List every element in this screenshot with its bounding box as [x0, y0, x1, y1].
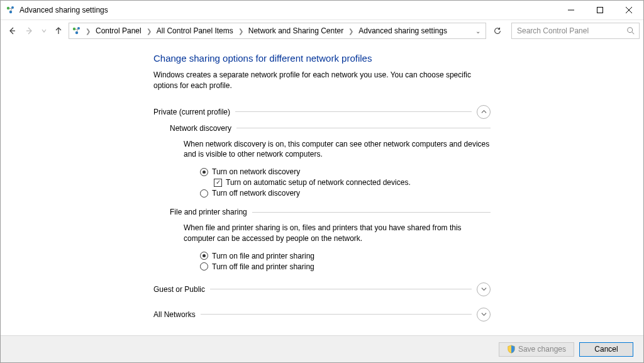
recent-locations-button[interactable] [40, 23, 48, 38]
search-box[interactable] [511, 23, 640, 39]
radio-label: Turn off network discovery [212, 189, 300, 198]
radio-icon[interactable] [200, 168, 208, 176]
svg-point-0 [7, 7, 9, 9]
radio-icon[interactable] [200, 252, 208, 260]
window: Advanced sharing settings [0, 0, 644, 363]
checkbox-icon[interactable] [214, 179, 222, 187]
network-sharing-icon [6, 5, 16, 15]
svg-line-18 [632, 32, 635, 35]
breadcrumb-dropdown[interactable]: ⌄ [473, 28, 483, 35]
back-button[interactable] [4, 23, 19, 38]
page-description: Windows creates a separate network profi… [153, 70, 491, 91]
subsection-file-printer-sharing: File and printer sharing When file and p… [170, 208, 491, 271]
chevron-up-icon[interactable] [477, 105, 491, 119]
breadcrumb-separator[interactable]: ❯ [237, 28, 245, 35]
checkbox-auto-setup[interactable]: Turn on automatic setup of network conne… [214, 178, 491, 187]
breadcrumb-control-panel[interactable]: Control Panel [93, 23, 144, 38]
radio-label: Turn on file and printer sharing [212, 252, 314, 260]
radio-icon[interactable] [200, 262, 208, 271]
radio-network-discovery-off[interactable]: Turn off network discovery [200, 189, 491, 198]
network-discovery-description: When network discovery is on, this compu… [184, 139, 491, 160]
svg-point-12 [73, 28, 75, 30]
save-changes-button[interactable]: Save changes [499, 342, 574, 357]
checkbox-label: Turn on automatic setup of network conne… [226, 178, 411, 187]
section-private[interactable]: Private (current profile) [153, 105, 491, 119]
radio-icon[interactable] [200, 189, 208, 198]
search-icon [626, 26, 635, 35]
breadcrumb-icon [72, 26, 82, 36]
forward-button[interactable] [22, 23, 37, 38]
radio-label: Turn on network discovery [212, 167, 300, 176]
section-all-networks[interactable]: All Networks [153, 308, 491, 321]
file-printer-heading: File and printer sharing [170, 208, 247, 216]
breadcrumb-separator[interactable]: ❯ [84, 28, 92, 35]
breadcrumb-advanced-sharing[interactable]: Advanced sharing settings [356, 23, 450, 38]
breadcrumb-network-sharing[interactable]: Network and Sharing Center [246, 23, 346, 38]
breadcrumb[interactable]: ❯ Control Panel ❯ All Control Panel Item… [69, 23, 486, 39]
navigation-bar: ❯ Control Panel ❯ All Control Panel Item… [1, 20, 643, 42]
content-area: Change sharing options for different net… [1, 42, 643, 335]
breadcrumb-separator[interactable]: ❯ [347, 28, 355, 35]
up-button[interactable] [51, 23, 66, 38]
minimize-button[interactable] [557, 1, 586, 20]
maximize-button[interactable] [586, 1, 614, 20]
cancel-button-label: Cancel [594, 345, 618, 354]
window-title: Advanced sharing settings [19, 6, 108, 14]
cancel-button[interactable]: Cancel [579, 342, 633, 357]
footer-bar: Save changes Cancel [1, 335, 643, 362]
svg-rect-6 [597, 8, 603, 13]
radio-file-printer-on[interactable]: Turn on file and printer sharing [200, 252, 491, 260]
refresh-button[interactable] [490, 23, 505, 38]
section-guest-public[interactable]: Guest or Public [153, 282, 491, 296]
network-discovery-heading: Network discovery [170, 124, 231, 133]
file-printer-description: When file and printer sharing is on, fil… [184, 223, 491, 244]
chevron-down-icon[interactable] [477, 308, 491, 321]
section-guest-label: Guest or Public [153, 285, 205, 294]
shield-icon [507, 345, 516, 354]
section-all-label: All Networks [153, 310, 196, 319]
breadcrumb-separator[interactable]: ❯ [145, 28, 153, 35]
titlebar: Advanced sharing settings [1, 1, 643, 20]
chevron-down-icon[interactable] [477, 282, 491, 296]
radio-file-printer-off[interactable]: Turn off file and printer sharing [200, 262, 491, 271]
breadcrumb-all-items[interactable]: All Control Panel Items [154, 23, 236, 38]
radio-network-discovery-on[interactable]: Turn on network discovery [200, 167, 491, 176]
radio-label: Turn off file and printer sharing [212, 262, 314, 271]
page-title: Change sharing options for different net… [153, 53, 491, 64]
close-button[interactable] [614, 1, 643, 20]
save-button-label: Save changes [518, 345, 566, 354]
section-private-label: Private (current profile) [153, 108, 230, 116]
subsection-network-discovery: Network discovery When network discovery… [170, 124, 491, 198]
search-input[interactable] [516, 24, 613, 38]
svg-point-17 [628, 28, 633, 33]
